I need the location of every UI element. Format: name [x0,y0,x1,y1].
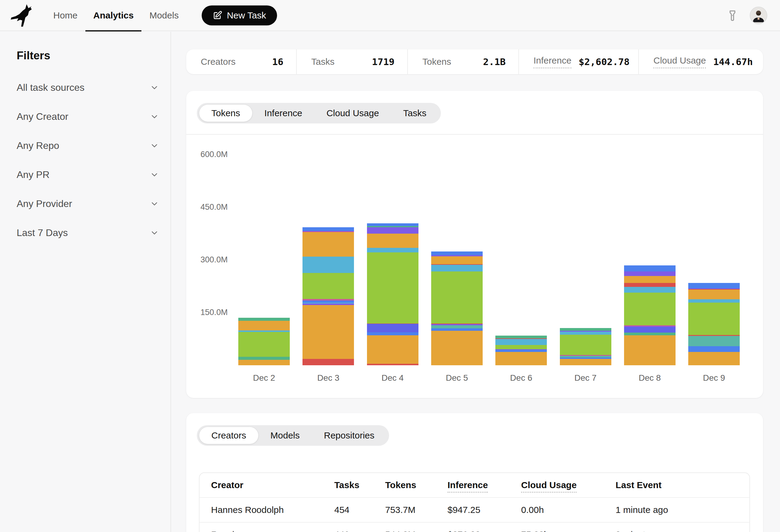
bar-segment [238,332,290,357]
cell-creator: Rooviewer [211,530,254,532]
stacked-bar-dec-8 [624,265,676,365]
cell-tokens: 753.7M [385,505,416,515]
cell-creator: Hannes Roodolph [211,505,284,515]
stacked-bar-dec-5 [431,252,483,365]
bar-segment [431,252,483,255]
nav-link-home[interactable]: Home [45,0,85,31]
chevron-down-icon [150,228,159,237]
bar-segment [431,328,483,331]
y-axis-tick-label: 600.0M [186,150,228,159]
bar-segment [688,283,740,288]
bar-segment [624,276,676,283]
x-axis-label: Dec 6 [489,373,553,383]
bar-segment [238,321,290,330]
cell-tokens: 544.3M [385,530,416,532]
bar-segment [624,292,676,325]
tab-repositories[interactable]: Repositories [312,427,387,444]
flashlight-button[interactable] [726,9,739,22]
chevron-down-icon [150,141,159,150]
bar-segment [431,331,483,365]
usage-chart-card: Tokens Inference Cloud Usage Tasks 150.0… [186,91,763,398]
cell-last-event: 1 minute ago [616,505,668,515]
tab-models[interactable]: Models [258,427,312,444]
y-axis-tick-label: 300.0M [186,255,228,264]
bar-segment [302,257,354,273]
bar-segment [560,332,611,335]
new-task-button[interactable]: New Task [202,5,277,25]
bar-segment [495,339,547,345]
filter-provider[interactable]: Any Provider [0,189,170,218]
kangaroo-logo[interactable] [0,4,45,27]
compose-icon [212,11,222,20]
bar-segment [431,325,483,328]
y-axis-tick-label: 450.0M [186,203,228,212]
filter-task-sources[interactable]: All task sources [0,73,170,102]
stacked-bar-dec-2 [238,318,290,365]
stat-cloud-usage: Cloud Usage 144.67h [639,49,763,74]
x-axis-label: Dec 8 [618,373,682,383]
bar-segment [560,335,611,355]
bar-segment [367,332,419,335]
bar-segment [367,364,419,365]
table-row[interactable]: Hannes Roodolph 454 753.7M $947.25 0.00h… [200,497,749,522]
tab-inference[interactable]: Inference [252,105,314,122]
x-axis-label: Dec 5 [425,373,489,383]
bar-segment [367,252,419,323]
bar-segment [431,265,483,271]
nav-link-analytics[interactable]: Analytics [85,0,141,31]
bar-segment [688,352,740,365]
bar-segment [367,223,419,226]
filter-creator[interactable]: Any Creator [0,102,170,131]
filter-repo[interactable]: Any Repo [0,131,170,160]
cell-cloud-usage: 0.00h [521,505,544,515]
tab-creators[interactable]: Creators [199,427,258,444]
creators-table: Creator Tasks Tokens Inference Cloud Usa… [199,472,750,532]
bar-segment [367,335,419,364]
user-avatar[interactable] [750,7,767,24]
col-inference[interactable]: Inference [447,480,488,490]
bar-segment [302,301,354,303]
filter-pr[interactable]: Any PR [0,160,170,189]
tab-cloud-usage[interactable]: Cloud Usage [314,105,391,122]
new-task-label: New Task [227,10,266,20]
filter-date-range[interactable]: Last 7 Days [0,218,170,247]
filters-sidebar: Filters All task sources Any Creator Any… [0,32,171,532]
col-last-event: Last Event [616,480,662,490]
nav-link-models[interactable]: Models [141,0,187,31]
bar-segment [367,324,419,332]
cell-tasks: 454 [334,505,349,515]
chart-metric-tabs: Tokens Inference Cloud Usage Tasks [197,103,441,123]
x-axis-label: Dec 2 [232,373,296,383]
col-tasks: Tasks [334,480,359,490]
chevron-down-icon [150,170,159,179]
bar-segment [624,287,676,293]
stacked-bar-dec-9 [688,283,740,365]
bar-segment [302,227,354,231]
breakdown-card: Creators Models Repositories Creator Tas… [186,413,763,532]
bar-segment [302,359,354,365]
bar-segment [367,233,419,248]
col-cloud-usage[interactable]: Cloud Usage [521,480,577,490]
summary-stats-bar: Creators 16 Tasks 1719 Tokens 2.1B Infer… [186,49,763,74]
tab-tasks[interactable]: Tasks [391,105,439,122]
chart-plot: 150.0M300.0M450.0M600.0MDec 2Dec 3Dec 4D… [186,135,763,398]
bar-segment [238,357,290,360]
top-navbar: Home Analytics Models New Task [0,0,780,31]
x-axis-label: Dec 7 [553,373,618,383]
bar-segment [495,345,547,349]
bar-segment [560,328,611,331]
stacked-bar-dec-4 [367,223,419,365]
table-header-row: Creator Tasks Tokens Inference Cloud Usa… [200,473,749,497]
stat-tokens: Tokens 2.1B [408,49,519,74]
x-axis-label: Dec 4 [360,373,425,383]
bar-segment [431,256,483,264]
main-content: Creators 16 Tasks 1719 Tokens 2.1B Infer… [172,32,780,532]
table-row[interactable]: Rooviewer 440 544.3M $376.28 75.23h 3 mi… [200,522,749,532]
bar-segment [624,283,676,287]
user-avatar-photo [750,7,767,23]
tab-tokens[interactable]: Tokens [199,105,252,122]
stat-inference: Inference $2,602.78 [519,49,639,74]
bar-segment [238,318,290,321]
stacked-bar-dec-7 [560,328,611,365]
y-axis-tick-label: 150.0M [186,308,228,317]
